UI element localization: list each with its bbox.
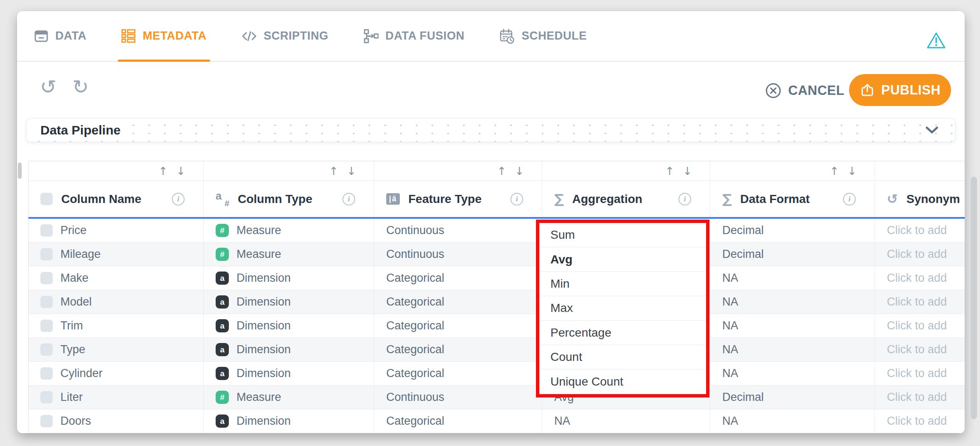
warning-triangle-icon[interactable] [926,31,946,49]
column-type-cell[interactable]: Dimension [236,343,291,356]
sort-desc-icon[interactable]: ↓ [515,166,524,177]
data-format-cell[interactable]: NA [722,367,738,380]
info-icon[interactable]: i [678,193,691,206]
info-icon[interactable]: i [843,193,856,206]
data-format-cell[interactable]: Decimal [722,248,764,261]
feature-type-cell[interactable]: Categorical [386,367,444,380]
sort-asc-icon[interactable]: ↑ [829,166,839,177]
column-type-cell[interactable]: Dimension [236,319,291,332]
cancel-button[interactable]: CANCEL [765,80,844,101]
tab-data-fusion[interactable]: DATA FUSION [363,11,464,61]
dropdown-option[interactable]: Percentage [539,321,706,345]
sort-asc-icon[interactable]: ↑ [497,166,506,177]
data-format-cell[interactable]: NA [722,415,738,428]
data-pipeline-bar[interactable]: Data Pipeline [26,118,955,142]
redo-icon[interactable]: ↻ [72,78,89,95]
synonym-cell[interactable]: Click to add [887,224,947,237]
tab-scripting[interactable]: SCRIPTING [242,11,328,61]
select-all-checkbox[interactable] [40,193,53,205]
header-feature-type: |ā Feature Type i [374,181,542,217]
sort-desc-icon[interactable]: ↓ [347,166,356,177]
feature-type-cell[interactable]: Categorical [386,295,444,309]
info-icon[interactable]: i [342,193,355,206]
feature-type-cell[interactable]: Categorical [386,272,444,285]
column-type-cell[interactable]: Dimension [236,295,291,309]
synonym-cell[interactable]: Click to add [887,391,947,404]
table-row: Type a Dimension Categorical NA Click to… [28,338,965,362]
dropdown-option[interactable]: Sum [539,223,706,247]
sigma-icon: ∑ [722,192,732,206]
dropdown-option[interactable]: Count [539,345,706,369]
code-icon [242,29,257,43]
a-badge-icon: a [216,272,229,285]
left-scroll-handle[interactable] [18,163,22,179]
dropdown-option[interactable]: Avg [539,247,706,272]
column-type-cell[interactable]: Dimension [236,367,291,380]
data-format-cell[interactable]: NA [722,272,738,285]
synonym-cell[interactable]: Click to add [887,367,947,380]
alphanumeric-icon: a# [216,192,229,207]
row-checkbox[interactable] [40,343,53,356]
column-name-cell: Mileage [60,248,101,261]
sort-asc-icon[interactable]: ↑ [329,166,338,177]
main-panel: DATA METADATA [17,11,965,433]
data-format-cell[interactable]: NA [722,319,738,332]
data-format-cell[interactable]: Decimal [722,391,764,404]
column-type-cell[interactable]: Measure [236,248,281,261]
feature-type-cell[interactable]: Continuous [386,224,444,237]
column-type-cell[interactable]: Measure [236,224,281,237]
feature-type-cell[interactable]: Continuous [386,248,444,261]
synonym-cell[interactable]: Click to add [887,272,947,285]
feature-type-cell[interactable]: Continuous [386,391,444,404]
header-data-format: ∑ Data Format i [710,181,875,217]
row-checkbox[interactable] [40,391,53,403]
column-type-cell[interactable]: Dimension [236,272,291,285]
sort-desc-icon[interactable]: ↓ [176,166,185,177]
feature-type-cell[interactable]: Categorical [386,319,444,332]
row-checkbox[interactable] [40,367,53,380]
data-format-cell[interactable]: Decimal [722,224,764,237]
row-checkbox[interactable] [40,415,53,427]
row-checkbox[interactable] [40,296,53,308]
chevron-down-icon[interactable] [925,126,939,134]
tab-metadata[interactable]: METADATA [121,11,206,61]
synonym-cell[interactable]: Click to add [887,319,947,332]
upload-icon [860,83,875,98]
dropdown-option[interactable]: Min [539,272,706,296]
tab-schedule[interactable]: SCHEDULE [499,11,587,61]
info-icon[interactable]: i [510,193,523,206]
synonym-cell[interactable]: Click to add [887,343,947,356]
undo-icon[interactable]: ↺ [40,78,57,95]
dropdown-option[interactable]: Max [539,296,706,320]
publish-button[interactable]: PUBLISH [849,74,951,106]
tab-data[interactable]: DATA [34,11,86,61]
sort-asc-icon[interactable]: ↑ [158,166,168,177]
header-label: Feature Type [408,192,481,206]
synonym-cell[interactable]: Click to add [887,295,947,309]
data-format-cell[interactable]: NA [722,295,738,309]
synonym-cell[interactable]: Click to add [887,248,947,261]
row-checkbox[interactable] [40,224,53,237]
column-type-cell[interactable]: Measure [236,391,281,404]
header-label: Aggregation [572,192,642,206]
synonym-cell[interactable]: Click to add [887,415,947,428]
sort-asc-icon[interactable]: ↑ [665,166,674,177]
a-badge-icon: a [216,343,229,356]
sort-desc-icon[interactable]: ↓ [683,166,692,177]
info-icon[interactable]: i [172,193,185,206]
column-name-cell: Make [60,272,88,285]
feature-type-cell[interactable]: Categorical [386,343,444,356]
column-name-cell: Trim [60,319,83,332]
row-checkbox[interactable] [40,320,53,332]
feature-type-icon: |ā [386,193,400,205]
row-checkbox[interactable] [40,248,53,260]
dropdown-option[interactable]: Unique Count [539,369,706,394]
aggregation-cell[interactable]: NA [554,415,570,428]
column-type-cell[interactable]: Dimension [236,415,291,428]
data-format-cell[interactable]: NA [722,343,738,356]
row-checkbox[interactable] [40,272,53,284]
feature-type-cell[interactable]: Categorical [386,415,444,428]
vertical-scrollbar[interactable] [971,177,977,419]
sort-desc-icon[interactable]: ↓ [847,166,857,177]
column-name-cell: Doors [60,415,91,428]
